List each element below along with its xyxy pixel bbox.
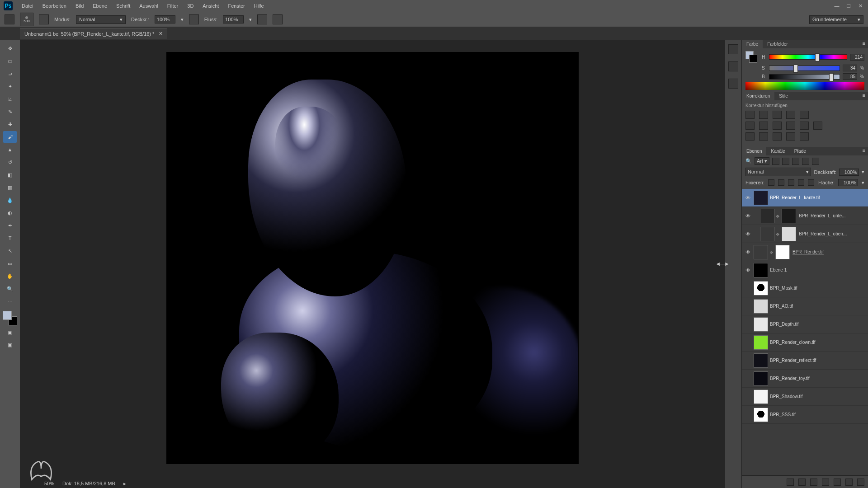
color-lookup-icon[interactable] [813,122,822,130]
layer-thumbnail[interactable] [754,317,768,332]
layer-name[interactable]: BPR_SSS.tif [770,412,866,417]
threshold-icon[interactable] [773,132,782,141]
layer-row[interactable]: 👁⎆BPR_Render_L_oben... [742,225,868,243]
close-button[interactable]: ✕ [856,2,864,10]
marquee-tool[interactable]: ▭ [3,55,17,67]
filter-type-icon[interactable] [792,158,799,165]
minimize-button[interactable]: — [833,2,841,10]
layer-name[interactable]: BPR_Depth.tif [770,322,866,327]
layer-mask-thumbnail[interactable] [782,227,796,241]
zoom-tool[interactable]: 🔍 [3,283,17,295]
layer-filter-select[interactable]: Art ▾ [755,157,769,165]
layer-fill-input[interactable]: 100% [838,179,858,186]
menu-auswahl[interactable]: Auswahl [135,1,163,10]
healing-tool[interactable]: ✚ [3,118,17,130]
menu-filter[interactable]: Filter [163,1,183,10]
layer-blend-mode[interactable]: Normal▾ [745,168,811,176]
filter-pixel-icon[interactable] [772,158,779,165]
layer-thumbnail[interactable] [754,191,768,205]
layer-thumbnail[interactable] [760,227,774,241]
eyedropper-tool[interactable]: ✎ [3,106,17,117]
visibility-toggle[interactable]: 👁 [744,230,752,238]
hue-sat-icon[interactable] [745,122,755,130]
visibility-toggle[interactable] [744,320,752,328]
new-layer-icon[interactable] [845,479,853,486]
layer-name[interactable]: BPR_Render_L_oben... [799,231,866,236]
layer-row[interactable]: BPR_SSS.tif [742,406,868,424]
pen-tool[interactable]: ✒ [3,220,17,231]
crop-tool[interactable]: ⟀ [3,93,17,105]
visibility-toggle[interactable] [744,375,752,383]
layer-name[interactable]: BPR_Shadow.tif [770,394,866,399]
layer-row[interactable]: BPR_Mask.tif [742,279,868,297]
channel-mixer-icon[interactable] [800,122,809,130]
layer-thumbnail[interactable] [754,408,768,422]
pressure-opacity-toggle[interactable] [189,14,199,24]
wand-tool[interactable]: ✦ [3,80,17,92]
layer-fx-icon[interactable] [798,479,806,486]
layer-name[interactable]: BPR_Render_L_kante.tif [770,195,866,200]
brightness-contrast-icon[interactable] [745,111,755,119]
quick-mask-icon[interactable]: ▣ [3,326,17,338]
visibility-toggle[interactable] [744,302,752,310]
eraser-tool[interactable]: ◧ [3,169,17,181]
lock-all-icon[interactable] [808,179,814,186]
gradient-tool[interactable]: ▦ [3,182,17,193]
visibility-toggle[interactable]: 👁 [744,248,752,256]
photo-filter-icon[interactable] [786,122,795,130]
menu-3d[interactable]: 3D [183,1,198,10]
color-ramp[interactable] [745,82,864,90]
posterize-icon[interactable] [759,132,768,141]
layer-mask-thumbnail[interactable] [782,209,796,223]
layer-row[interactable]: BPR_Depth.tif [742,315,868,333]
layer-row[interactable]: BPR_Shadow.tif [742,388,868,406]
menu-hilfe[interactable]: Hilfe [250,1,269,10]
menu-datei[interactable]: Datei [17,1,38,10]
type-tool[interactable]: T [3,232,17,244]
document-tab[interactable]: Unbenannt1 bei 50% (BPR_Render_L_kante.t… [20,28,167,39]
hue-slider[interactable] [769,54,847,60]
menu-ansicht[interactable]: Ansicht [198,1,223,10]
tab-farbe[interactable]: Farbe [742,40,763,48]
layer-thumbnail[interactable] [754,263,768,277]
flow-input[interactable]: 100% [223,15,244,23]
new-group-icon[interactable] [834,479,841,486]
dodge-tool[interactable]: ◐ [3,207,17,219]
layer-row[interactable]: 👁BPR_Render_L_kante.tif [742,189,868,207]
menu-ebene[interactable]: Ebene [88,1,112,10]
stamp-tool[interactable]: ▲ [3,144,17,155]
blend-mode-select[interactable]: Normal▾ [76,15,126,24]
layer-thumbnail[interactable] [754,335,768,350]
layer-row[interactable]: BPR_Render_toy.tif [742,370,868,388]
maximize-button[interactable]: ☐ [844,2,853,10]
lock-position-icon[interactable] [788,179,794,186]
filter-shape-icon[interactable] [802,158,809,165]
layer-mask-thumbnail[interactable] [775,245,790,259]
layer-thumbnail[interactable] [754,281,768,296]
properties-panel-icon[interactable] [728,61,738,71]
saturation-slider[interactable] [769,66,840,71]
hue-value[interactable]: 214 [850,54,864,61]
bw-icon[interactable] [773,122,782,130]
vibrance-icon[interactable] [800,111,809,119]
tab-korrekturen[interactable]: Korrekturen [742,92,774,100]
lasso-tool[interactable]: ⊃ [3,68,17,80]
move-tool[interactable]: ✥ [3,42,17,54]
brush-panel-toggle[interactable] [39,14,49,24]
foreground-background-swatch[interactable] [3,311,17,325]
layer-thumbnail[interactable] [754,353,768,368]
layer-row[interactable]: 👁Ebene 1 [742,261,868,279]
zoom-level[interactable]: 50% [44,481,54,486]
layer-row[interactable]: BPR_AO.tif [742,297,868,315]
levels-icon[interactable] [759,111,768,119]
brush-tool[interactable]: 🖌 [3,131,17,143]
brush-preset-picker[interactable]: 500 [20,13,33,26]
layer-name[interactable]: BPR_Mask.tif [770,286,866,291]
tab-kanaele[interactable]: Kanäle [766,147,789,155]
menu-bild[interactable]: Bild [71,1,88,10]
visibility-toggle[interactable]: 👁 [744,212,752,220]
layer-thumbnail[interactable] [760,209,774,223]
layer-name[interactable]: BPR_Render.tif [793,249,866,254]
link-layers-icon[interactable] [787,479,794,486]
layer-thumbnail[interactable] [754,371,768,386]
